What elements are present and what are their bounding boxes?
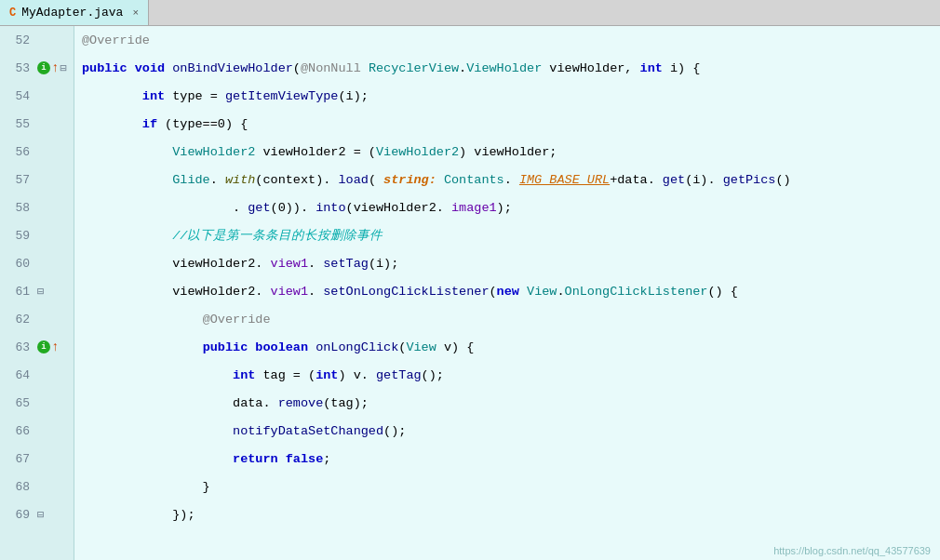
token-italic-method: with [225, 173, 255, 187]
token-plain [82, 452, 233, 466]
token-plain: ( [293, 61, 301, 75]
token-plain: . [459, 61, 466, 75]
token-kw: int [640, 61, 663, 75]
code-line: @Override [82, 305, 940, 333]
token-annot: @NonNull [301, 61, 361, 75]
token-plain: (0)). [271, 201, 316, 215]
token-method: getItemViewType [225, 89, 339, 103]
gutter-row: 66 [0, 417, 74, 445]
token-plain: viewHolder, [542, 61, 639, 75]
token-kw: void [135, 61, 165, 75]
code-line: public boolean onLongClick(View v) { [82, 333, 940, 361]
tab-file-icon: C [9, 7, 16, 20]
token-plain: viewHolder2 = ( [255, 145, 376, 159]
token-kw: public [203, 340, 248, 354]
token-method: getPics [723, 173, 776, 187]
gutter-row: 54 [0, 82, 74, 110]
token-kw: int [142, 89, 165, 103]
token-plain: tag = ( [255, 368, 316, 382]
token-plain: ) viewHolder; [459, 145, 557, 159]
line-number: 57 [0, 173, 35, 187]
gutter-row: 57 [0, 166, 74, 193]
token-method: setTag [323, 257, 369, 271]
token-classname: View [406, 340, 436, 354]
token-plain [278, 452, 286, 466]
line-number: 65 [0, 396, 35, 410]
token-plain [436, 173, 444, 187]
token-plain: i) { [663, 61, 701, 75]
gutter-row: 69⊟ [0, 500, 74, 528]
gutter-row: 56 [0, 138, 74, 166]
line-number: 62 [0, 313, 35, 327]
token-kw: int [233, 368, 255, 382]
token-plain [82, 340, 203, 354]
line-number: 55 [0, 117, 35, 131]
token-plain [308, 340, 316, 354]
token-plain: () [775, 173, 790, 187]
token-annot: @Override [203, 313, 271, 327]
code-line: notifyDataSetChanged(); [82, 417, 940, 445]
gutter-row: 61⊟ [0, 277, 74, 305]
code-line: public void onBindViewHolder(@NonNull Re… [82, 54, 940, 82]
gutter-row: 53i↑⊟ [0, 54, 74, 82]
token-method: get [248, 201, 270, 215]
code-line: viewHolder2. view1. setTag(i); [82, 249, 940, 277]
token-method: get [663, 173, 685, 187]
token-plain: . [210, 173, 225, 187]
token-kw: if [142, 117, 157, 131]
token-plain [82, 424, 233, 438]
token-comment: //以下是第一条条目的长按删除事件 [172, 227, 383, 244]
token-classname: View [527, 285, 557, 299]
token-kw: boolean [255, 340, 308, 354]
line-number: 68 [0, 480, 35, 494]
fold-icon[interactable]: ⊟ [37, 285, 44, 299]
line-number: 66 [0, 424, 35, 438]
gutter-row: 65 [0, 389, 74, 417]
fold-icon[interactable]: ⊟ [60, 61, 66, 75]
line-number: 67 [0, 452, 35, 466]
tab-label: MyAdapter.java [21, 6, 123, 20]
editor-container: 5253i↑⊟5455565758596061⊟6263i↑6465666768… [0, 26, 940, 560]
token-plain [82, 173, 172, 187]
token-plain: (type==0) { [157, 117, 248, 131]
code-line: data. remove(tag); [82, 389, 940, 417]
token-plain: v) { [436, 340, 475, 354]
line-number: 56 [0, 145, 35, 159]
file-tab[interactable]: C MyAdapter.java × [0, 0, 149, 25]
line-number: 61 [0, 285, 35, 299]
token-plain: ); [497, 201, 512, 215]
code-line: //以下是第一条条目的长按删除事件 [82, 221, 940, 249]
line-number: 64 [0, 368, 35, 382]
token-plain: . [308, 285, 323, 299]
code-line: int tag = (int) v. getTag(); [82, 361, 940, 389]
code-line: return false; [82, 445, 940, 473]
token-field: view1 [271, 285, 309, 299]
token-method: getTag [376, 368, 422, 382]
token-plain [82, 313, 203, 327]
token-plain: ( [490, 285, 497, 299]
token-classname: RecyclerView [369, 61, 459, 75]
token-plain: . [308, 257, 323, 271]
close-tab-button[interactable]: × [132, 7, 139, 19]
gutter-row: 59 [0, 221, 74, 249]
gutter-row: 62 [0, 305, 74, 333]
debug-icon[interactable]: i [37, 61, 50, 74]
token-method: onLongClick [316, 340, 398, 354]
tab-bar: C MyAdapter.java × [0, 0, 940, 26]
token-plain [165, 61, 172, 75]
token-classname: OnLongClickListener [565, 285, 708, 299]
debug-icon[interactable]: i [37, 340, 50, 353]
gutter-icons: i↑⊟ [35, 60, 74, 75]
code-area[interactable]: @Overridepublic void onBindViewHolder(@N… [74, 26, 940, 560]
token-plain: () { [707, 285, 737, 299]
code-line: } [82, 473, 940, 500]
token-classname: ViewHolder [466, 61, 542, 75]
gutter-row: 63i↑ [0, 333, 74, 361]
token-plain: (context). [255, 173, 338, 187]
fold-icon[interactable]: ⊟ [37, 508, 44, 522]
token-plain: data. [233, 396, 278, 410]
token-kw: public [82, 61, 128, 75]
token-plain [82, 368, 233, 382]
arrow-up-icon: ↑ [51, 60, 59, 75]
token-method: into [316, 201, 345, 215]
